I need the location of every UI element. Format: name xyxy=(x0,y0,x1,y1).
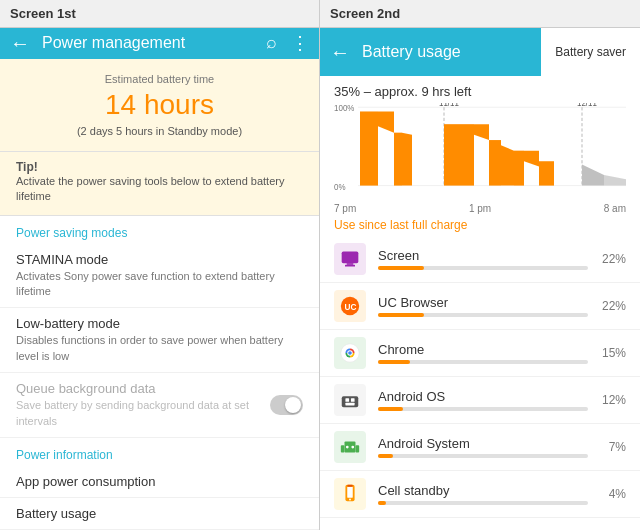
svg-rect-33 xyxy=(341,445,345,452)
usage-list: Screen 22% UC UC Browser 22% xyxy=(320,236,640,530)
usage-item-android-system[interactable]: Android System 7% xyxy=(320,424,640,471)
uc-icon: UC xyxy=(334,290,366,322)
chrome-percent: 15% xyxy=(598,346,626,360)
chrome-icon xyxy=(334,337,366,369)
svg-rect-41 xyxy=(347,485,353,487)
screen-bar-fill xyxy=(378,266,424,270)
svg-text:12/11: 12/11 xyxy=(577,103,597,108)
stamina-mode-item[interactable]: STAMINA mode Activates Sony power save f… xyxy=(0,244,319,309)
chart-svg: 100% 0% 11/11 12/11 xyxy=(334,103,626,193)
screen-percent: 22% xyxy=(598,252,626,266)
svg-text:11/11: 11/11 xyxy=(439,103,459,108)
svg-point-36 xyxy=(346,446,349,449)
android-os-details: Android OS xyxy=(378,389,588,411)
queue-text: Queue background data Save battery by se… xyxy=(16,381,270,429)
svg-marker-17 xyxy=(524,151,539,167)
usage-item-cell-standby[interactable]: Cell standby 4% xyxy=(320,471,640,518)
tip-text: Activate the power saving tools below to… xyxy=(16,174,303,205)
usage-item-uc[interactable]: UC UC Browser 22% xyxy=(320,283,640,330)
chrome-bar-bg xyxy=(378,360,588,364)
svg-marker-11 xyxy=(402,133,412,186)
svg-rect-12 xyxy=(444,124,474,185)
chrome-name: Chrome xyxy=(378,342,588,357)
low-battery-title: Low-battery mode xyxy=(16,316,303,331)
screen2-header: ← Battery usage Battery saver xyxy=(320,28,640,76)
screen2-back-icon[interactable]: ← xyxy=(330,41,350,64)
svg-text:100%: 100% xyxy=(334,104,355,113)
svg-marker-20 xyxy=(604,175,626,186)
use-since-label: Use since last full charge xyxy=(320,214,640,236)
queue-title: Queue background data xyxy=(16,381,270,396)
cell-standby-name: Cell standby xyxy=(378,483,588,498)
screen-icon xyxy=(334,243,366,275)
power-saving-header: Power saving modes xyxy=(0,216,319,244)
usage-item-android-os[interactable]: Android OS 12% xyxy=(320,377,640,424)
chrome-details: Chrome xyxy=(378,342,588,364)
standby-text: (2 days 5 hours in Standby mode) xyxy=(16,125,303,137)
screen2-title: Battery usage xyxy=(362,43,541,61)
app-power-item[interactable]: App power consumption xyxy=(0,466,319,498)
uc-percent: 22% xyxy=(598,299,626,313)
queue-row: Queue background data Save battery by se… xyxy=(16,381,303,429)
tip-title: Tip! xyxy=(16,160,303,174)
svg-text:0%: 0% xyxy=(334,183,346,192)
android-system-percent: 7% xyxy=(598,440,626,454)
battery-saver-button[interactable]: Battery saver xyxy=(541,28,640,76)
android-os-name: Android OS xyxy=(378,389,588,404)
svg-rect-8 xyxy=(360,111,378,185)
chart-x-labels: 7 pm 1 pm 8 am xyxy=(320,203,640,214)
svg-rect-18 xyxy=(539,161,554,185)
search-icon[interactable]: ⌕ xyxy=(266,32,277,54)
svg-rect-30 xyxy=(345,398,349,402)
svg-text:UC: UC xyxy=(345,303,357,312)
cell-standby-bar-fill xyxy=(378,501,386,505)
estimated-label: Estimated battery time xyxy=(16,73,303,85)
svg-rect-32 xyxy=(345,403,354,406)
power-info-header: Power information xyxy=(0,438,319,466)
android-system-name: Android System xyxy=(378,436,588,451)
battery-time: 14 hours xyxy=(16,89,303,121)
svg-rect-34 xyxy=(356,445,360,452)
screen1-title: Power management xyxy=(42,34,266,52)
svg-rect-31 xyxy=(351,398,355,402)
svg-rect-21 xyxy=(342,252,359,264)
uc-bar-fill xyxy=(378,313,424,317)
stamina-title: STAMINA mode xyxy=(16,252,303,267)
android-os-percent: 12% xyxy=(598,393,626,407)
svg-rect-22 xyxy=(347,263,354,265)
svg-marker-15 xyxy=(501,145,514,185)
queue-toggle[interactable] xyxy=(270,395,303,415)
low-battery-desc: Disables functions in order to save powe… xyxy=(16,333,303,364)
usage-item-chrome[interactable]: Chrome 15% xyxy=(320,330,640,377)
svg-rect-29 xyxy=(342,396,359,407)
uc-name: UC Browser xyxy=(378,295,588,310)
svg-rect-16 xyxy=(514,151,524,186)
svg-rect-10 xyxy=(394,133,402,186)
svg-marker-9 xyxy=(378,111,394,132)
android-system-bar-fill xyxy=(378,454,393,458)
screen1-label: Screen 1st xyxy=(0,0,319,28)
uc-details: UC Browser xyxy=(378,295,588,317)
cell-standby-icon xyxy=(334,478,366,510)
android-system-bar-bg xyxy=(378,454,588,458)
cell-standby-percent: 4% xyxy=(598,487,626,501)
tip-box: Tip! Activate the power saving tools bel… xyxy=(0,152,319,216)
battery-usage-item[interactable]: Battery usage xyxy=(0,498,319,530)
more-icon[interactable]: ⋮ xyxy=(291,32,309,54)
svg-point-28 xyxy=(348,351,352,355)
chrome-bar-fill xyxy=(378,360,410,364)
header-icons: ⌕ ⋮ xyxy=(266,32,309,54)
battery-status: 35% – approx. 9 hrs left xyxy=(320,76,640,103)
battery-usage-label: Battery usage xyxy=(16,506,303,521)
screen1: Screen 1st ← Power management ⌕ ⋮ Estima… xyxy=(0,0,320,530)
stamina-desc: Activates Sony power save function to ex… xyxy=(16,269,303,300)
back-icon[interactable]: ← xyxy=(10,32,30,55)
screen-bar-bg xyxy=(378,266,588,270)
usage-item-screen[interactable]: Screen 22% xyxy=(320,236,640,283)
svg-point-37 xyxy=(351,446,354,449)
android-os-bar-fill xyxy=(378,407,403,411)
battery-chart: 100% 0% 11/11 12/11 xyxy=(320,103,640,203)
android-os-icon xyxy=(334,384,366,416)
screen1-header: ← Power management ⌕ ⋮ xyxy=(0,28,319,59)
low-battery-mode-item[interactable]: Low-battery mode Disables functions in o… xyxy=(0,308,319,373)
